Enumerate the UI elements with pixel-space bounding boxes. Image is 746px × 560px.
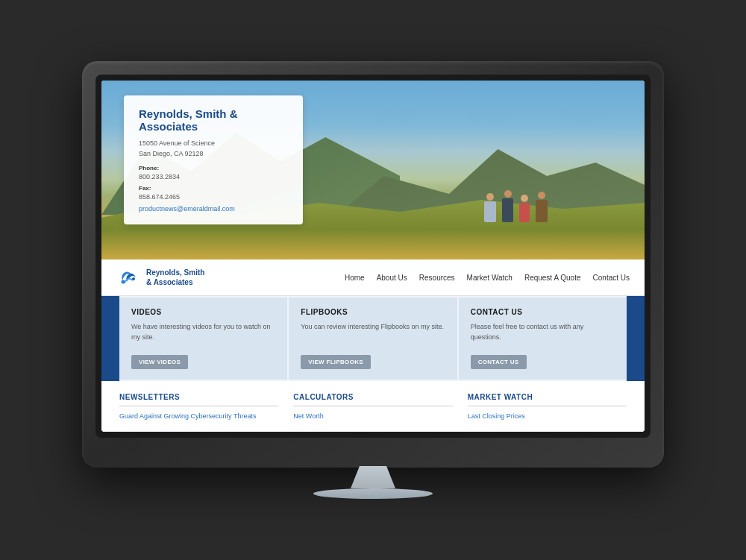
view-videos-button[interactable]: VIEW VIDEOS [131,355,188,369]
logo-icon [116,265,140,289]
fax-label: Fax: [139,185,288,192]
people-group [484,190,548,222]
market-watch-section: MARKET WATCH Last Closing Prices [468,393,627,420]
sections-row: NEWSLETTERS Guard Against Growing Cybers… [101,381,645,432]
screen: Reynolds, Smith & Associates 15050 Avenu… [101,81,645,432]
monitor-base [313,488,433,499]
svg-point-1 [132,277,135,280]
newsletters-title: NEWSLETTERS [119,393,278,406]
feature-cards: VIDEOS We have interesting videos for yo… [119,296,627,381]
nav-about[interactable]: About Us [377,274,407,282]
newsletters-item-1[interactable]: Guard Against Growing Cybersecurity Thre… [119,412,278,420]
person-4 [536,192,548,222]
contact-us-text: Please feel free to contact us with any … [471,322,615,345]
logo-text: Reynolds, Smith & Associates [146,268,204,287]
nav-home[interactable]: Home [345,274,365,282]
contact-us-button[interactable]: CONTACT US [471,355,527,369]
email-value[interactable]: productnews@emeraldmail.com [139,205,288,213]
flipbooks-text: You can review interesting Flipbooks on … [301,322,445,345]
videos-text: We have interesting videos for you to wa… [131,322,275,345]
hero-section: Reynolds, Smith & Associates 15050 Avenu… [101,81,645,259]
phone-label: Phone: [139,165,288,172]
contact-card-address: 15050 Avenue of Science San Diego, CA 92… [139,139,288,159]
blue-bar-right [627,296,645,381]
contact-us-card: CONTACT US Please feel free to contact u… [459,298,627,380]
market-watch-item-1[interactable]: Last Closing Prices [468,412,627,420]
flipbooks-title: FLIPBOOKS [301,308,445,316]
contact-card-title: Reynolds, Smith & Associates [139,107,288,133]
contact-card: Reynolds, Smith & Associates 15050 Avenu… [124,95,303,224]
contact-us-title: CONTACT US [471,308,615,316]
person-1 [484,193,496,222]
calculators-title: CALCULATORS [293,393,452,406]
calculators-item-1[interactable]: Net Worth [293,412,452,420]
monitor-frame: Reynolds, Smith & Associates 15050 Avenu… [82,61,664,468]
monitor-neck [351,466,395,488]
flipbooks-card: FLIPBOOKS You can review interesting Fli… [289,298,457,380]
screen-bezel: Reynolds, Smith & Associates 15050 Avenu… [95,75,651,438]
nav-contact[interactable]: Contact Us [593,274,630,282]
blue-bar-left [101,296,119,381]
videos-card: VIDEOS We have interesting videos for yo… [119,298,287,380]
phone-value: 800.233.2834 [139,173,288,180]
market-watch-title: MARKET WATCH [468,393,627,406]
navbar: Reynolds, Smith & Associates Home About … [101,259,645,296]
nav-quote[interactable]: Request A Quote [524,274,581,282]
nav-links: Home About Us Resources Market Watch Req… [345,274,630,282]
person-3 [519,195,530,222]
fax-value: 858.674.2465 [139,193,288,201]
nav-resources[interactable]: Resources [419,274,455,282]
svg-point-0 [122,280,125,284]
nav-market[interactable]: Market Watch [467,274,513,282]
calculators-section: CALCULATORS Net Worth [293,393,452,420]
monitor-wrapper: Reynolds, Smith & Associates 15050 Avenu… [82,61,664,499]
newsletters-section: NEWSLETTERS Guard Against Growing Cybers… [119,393,278,420]
videos-title: VIDEOS [131,308,275,316]
feature-row: VIDEOS We have interesting videos for yo… [101,296,645,381]
logo-section: Reynolds, Smith & Associates [116,265,204,289]
person-2 [502,190,513,222]
view-flipbooks-button[interactable]: VIEW FLIPBOOKS [301,355,371,369]
